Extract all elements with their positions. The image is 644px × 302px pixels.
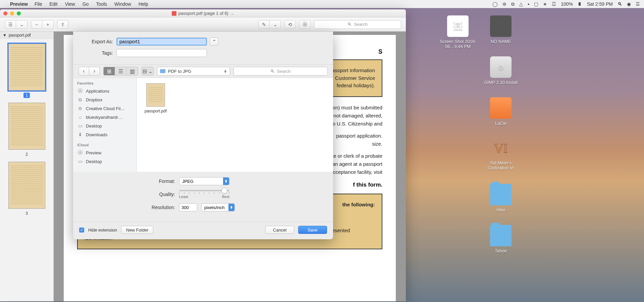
file-tile[interactable]: passport.pdf <box>142 83 169 113</box>
location-label: PDF to JPG <box>168 69 191 74</box>
window-close[interactable] <box>3 11 7 15</box>
view-list[interactable]: ☰ <box>115 67 126 75</box>
sidebar-item-applications[interactable]: ⒶApplications <box>73 87 137 95</box>
zoom-out[interactable]: − <box>31 20 42 29</box>
back-button[interactable]: ‹ <box>78 67 89 76</box>
updown-icon: ▲▼ <box>223 178 229 185</box>
sidebar-item-dropbox[interactable]: ⧉Dropbox <box>73 95 137 104</box>
window-zoom[interactable] <box>17 11 21 15</box>
tags-input[interactable] <box>116 49 207 57</box>
chevron-up-icon: ⌃ <box>212 39 216 45</box>
export-filename-input[interactable] <box>116 38 207 46</box>
spotlight-icon[interactable]: 🔍︎ <box>618 1 622 7</box>
highlight-menu[interactable]: ⌄ <box>270 20 281 29</box>
sidebar-file-header[interactable]: ▼ passport.pdf <box>0 32 53 39</box>
window-minimize[interactable] <box>10 11 14 15</box>
view-columns[interactable]: ▥ <box>126 67 138 75</box>
resolution-unit-select[interactable]: pixels/inch ▲▼ <box>201 203 235 211</box>
file-thumbnail <box>146 83 165 107</box>
desktop-volume-noname[interactable]: NO NAME <box>482 15 519 44</box>
file-browser-search[interactable]: 🔍︎ Search <box>233 67 328 76</box>
quality-label: Quality: <box>81 192 175 197</box>
status-icon-1[interactable]: ◯ <box>492 1 498 7</box>
markup-button[interactable]: Ⓐ <box>299 20 311 29</box>
new-folder-button[interactable]: New Folder <box>121 226 153 234</box>
page-number: 3 <box>25 211 28 216</box>
quality-slider[interactable]: Least Best <box>179 190 229 199</box>
save-button[interactable]: Save <box>298 226 327 234</box>
desktop-screenshot[interactable]: 🖼 Screen Shot 2019-06…9.44 PM <box>439 15 476 49</box>
page-thumbnail-1[interactable]: 1 <box>8 44 45 98</box>
menu-help[interactable]: Help <box>139 1 148 7</box>
collapse-button[interactable]: ⌃ <box>210 38 218 46</box>
sidebar-item-home[interactable]: ⌂blueskyandhardr… <box>73 113 137 121</box>
sidebar-item-label: Preview <box>86 150 101 155</box>
page-thumbnail-2[interactable]: 2 <box>8 103 45 157</box>
airplay-icon[interactable]: ▢ <box>534 1 538 7</box>
view-icons[interactable]: ⊞ <box>104 67 115 75</box>
file-grid[interactable]: passport.pdf <box>137 78 333 172</box>
creative-cloud-icon[interactable]: ⊚ <box>502 1 506 7</box>
menu-file[interactable]: File <box>35 1 42 7</box>
resolution-input[interactable] <box>179 203 197 211</box>
app-menu[interactable]: Preview <box>10 1 28 7</box>
battery-icon[interactable]: 🔋︎ <box>578 1 582 7</box>
desktop-folder-hike[interactable]: Hike <box>482 184 519 212</box>
title-dropdown-icon[interactable]: ⌄ <box>230 11 234 16</box>
dropbox-icon: ⧉ <box>77 97 83 103</box>
rotate-button[interactable]: ⟲ <box>284 20 296 29</box>
highlight-button[interactable]: ✎ <box>258 20 270 29</box>
app-icon: Ⓐ <box>77 150 83 156</box>
zoom-in[interactable]: + <box>42 20 54 29</box>
menubar: Preview File Edit View Go Tools Window H… <box>0 0 644 8</box>
page-thumbnail-3[interactable]: 3 <box>8 162 45 216</box>
search-icon: 🔍︎ <box>347 22 352 27</box>
desktop-gimp-install[interactable]: ⌾ GIMP 2.10 Install <box>482 56 519 85</box>
menu-window[interactable]: Window <box>114 1 131 7</box>
slider-thumb[interactable] <box>221 188 227 194</box>
disk-icon <box>490 15 512 37</box>
menu-tools[interactable]: Tools <box>96 1 107 7</box>
desktop-lacie[interactable]: LaCie <box>482 97 519 126</box>
sidebar-item-icloud-desktop[interactable]: ▭Desktop <box>73 157 137 166</box>
status-icon-2[interactable]: ▪ <box>528 1 529 7</box>
desktop-folder-tahoe[interactable]: Tahoe <box>482 225 519 253</box>
format-label: Format: <box>81 179 175 184</box>
sidebar-item-icloud-preview[interactable]: ⒶPreview <box>73 148 137 157</box>
menu-view[interactable]: View <box>65 1 75 7</box>
image-icon: 🖼 <box>447 15 469 37</box>
format-select[interactable]: JPEG ▲▼ <box>179 177 229 185</box>
google-drive-icon[interactable]: △ <box>519 1 523 7</box>
wifi-icon[interactable]: ☲ <box>552 1 556 7</box>
sidebar-item-creative-cloud[interactable]: ⊚Creative Cloud Fil… <box>73 104 137 113</box>
folder-icon <box>490 184 512 205</box>
disclosure-triangle-icon[interactable]: ▼ <box>3 33 7 38</box>
sidebar-menu[interactable]: ⌄ <box>16 20 28 29</box>
desktop-civ6[interactable]: VI Sid Meier's Civilization VI <box>482 137 519 170</box>
hide-extension-label[interactable]: Hide extension <box>88 228 117 233</box>
menu-go[interactable]: Go <box>83 1 89 7</box>
sidebar-item-label: Desktop <box>86 123 102 129</box>
sidebar-item-downloads[interactable]: ⬇Downloads <box>73 130 137 139</box>
group-menu[interactable]: ⊟ ⌄ <box>142 67 153 75</box>
forward-button[interactable]: › <box>89 67 100 76</box>
sidebar-toggle[interactable]: ☰ <box>5 20 16 29</box>
toolbar-search[interactable]: 🔍︎ Search <box>314 20 401 29</box>
sidebar-item-label: Creative Cloud Fil… <box>86 106 125 111</box>
menu-edit[interactable]: Edit <box>50 1 58 7</box>
bluetooth-icon[interactable]: ∗ <box>543 1 547 7</box>
desktop-label: Sid Meier's Civilization VI <box>482 160 519 170</box>
sidebar-item-desktop[interactable]: ▭Desktop <box>73 121 137 130</box>
dropbox-icon[interactable]: ⧉ <box>511 1 515 7</box>
battery-percent[interactable]: 100% <box>561 1 573 7</box>
cancel-button[interactable]: Cancel <box>265 226 294 234</box>
location-popup[interactable]: PDF to JPG ▲▼ <box>157 67 230 76</box>
siri-icon[interactable]: ◉ <box>627 1 631 7</box>
share-button[interactable]: ⇪ <box>57 20 68 29</box>
quality-best-label: Best <box>222 195 229 199</box>
notification-center-icon[interactable]: ☰ <box>636 1 640 7</box>
sidebar-item-label: Applications <box>86 89 109 94</box>
clock[interactable]: Sat 2:59 PM <box>587 1 613 7</box>
thumbnail-sidebar: ▼ passport.pdf 1 2 3 <box>0 32 54 301</box>
hide-extension-checkbox[interactable]: ✓ <box>79 228 84 233</box>
